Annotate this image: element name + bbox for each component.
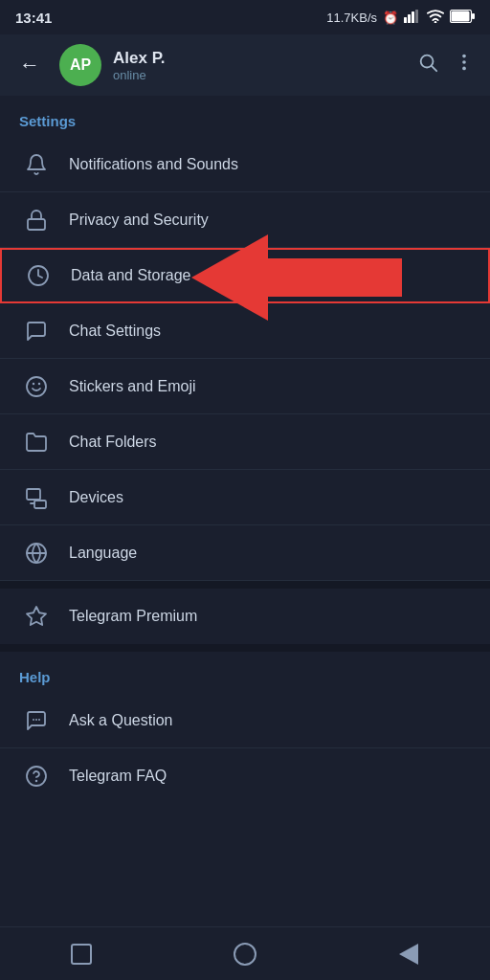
top-bar: ← AP Alex P. online (0, 34, 490, 96)
stickers-label: Stickers and Emoji (69, 378, 196, 395)
svg-point-26 (35, 719, 37, 721)
avatar: AP (59, 44, 101, 86)
svg-marker-24 (27, 607, 46, 625)
svg-rect-3 (415, 10, 418, 23)
svg-point-28 (27, 767, 46, 786)
devices-icon (19, 480, 54, 515)
search-button[interactable] (413, 48, 442, 82)
smile-icon (19, 369, 54, 404)
svg-line-9 (432, 66, 436, 71)
svg-point-10 (462, 55, 466, 58)
chat-icon (19, 314, 54, 348)
svg-point-27 (38, 719, 40, 721)
nav-home-button[interactable] (230, 939, 260, 969)
bell-icon (19, 147, 54, 182)
top-actions (413, 48, 479, 82)
notifications-label: Notifications and Sounds (69, 156, 238, 173)
nav-square-button[interactable] (66, 939, 97, 969)
svg-rect-2 (412, 11, 414, 23)
devices-label: Devices (69, 489, 123, 506)
nav-triangle-icon (399, 944, 418, 965)
status-bar: 13:41 11.7KB/s ⏰ (0, 0, 490, 34)
menu-item-privacy[interactable]: Privacy and Security (0, 192, 490, 248)
divider-2 (0, 644, 490, 652)
svg-rect-0 (404, 17, 407, 23)
menu-item-ask-question[interactable]: Ask a Question (0, 693, 490, 748)
more-button[interactable] (450, 48, 479, 82)
question-circle-icon (19, 759, 54, 793)
alarm-icon: ⏰ (383, 11, 398, 25)
menu-item-faq[interactable]: Telegram FAQ (0, 748, 490, 804)
menu-item-notifications[interactable]: Notifications and Sounds (0, 137, 490, 192)
privacy-label: Privacy and Security (69, 212, 209, 229)
menu-item-premium[interactable]: Telegram Premium (0, 589, 490, 644)
clock-icon (21, 258, 56, 293)
svg-point-4 (434, 20, 437, 22)
nav-bar (0, 926, 490, 980)
faq-label: Telegram FAQ (69, 768, 167, 785)
svg-point-11 (462, 60, 466, 64)
menu-item-language[interactable]: Language (0, 525, 490, 581)
nav-back-button[interactable] (393, 939, 424, 969)
wifi-icon (427, 10, 444, 26)
ask-question-label: Ask a Question (69, 712, 173, 729)
folder-icon (19, 425, 54, 459)
svg-rect-19 (27, 489, 40, 500)
help-section-header: Help (0, 652, 490, 693)
star-icon (19, 599, 54, 634)
svg-point-25 (33, 719, 34, 721)
menu-item-stickers[interactable]: Stickers and Emoji (0, 359, 490, 414)
battery-icon (450, 10, 475, 26)
signal-icon (404, 10, 421, 26)
svg-rect-13 (28, 219, 45, 230)
svg-point-16 (27, 377, 46, 396)
svg-rect-6 (472, 13, 475, 19)
nav-square-icon (71, 944, 92, 965)
chat-settings-label: Chat Settings (69, 323, 161, 340)
menu-item-data-storage[interactable]: Data and Storage (0, 248, 490, 303)
user-status: online (113, 68, 402, 82)
settings-content: Settings Notifications and Sounds Privac… (0, 96, 490, 804)
chat-dots-icon (19, 703, 54, 738)
svg-point-12 (462, 67, 466, 71)
language-label: Language (69, 545, 137, 562)
globe-icon (19, 536, 54, 570)
menu-item-devices[interactable]: Devices (0, 470, 490, 525)
lock-icon (19, 203, 54, 237)
settings-section-header: Settings (0, 96, 490, 137)
svg-rect-1 (408, 14, 411, 23)
status-right-icons: 11.7KB/s ⏰ (326, 10, 475, 26)
svg-rect-7 (452, 11, 470, 21)
nav-circle-icon (234, 943, 256, 966)
chat-folders-label: Chat Folders (69, 434, 157, 451)
svg-rect-20 (34, 501, 46, 508)
divider-1 (0, 581, 490, 589)
back-button[interactable]: ← (11, 49, 48, 81)
menu-item-chat-settings[interactable]: Chat Settings (0, 303, 490, 359)
user-info: Alex P. online (113, 49, 402, 82)
data-storage-label: Data and Storage (71, 267, 190, 284)
user-name: Alex P. (113, 49, 402, 68)
network-speed: 11.7KB/s (326, 11, 377, 25)
status-time: 13:41 (15, 10, 52, 26)
premium-label: Telegram Premium (69, 608, 197, 625)
menu-item-chat-folders[interactable]: Chat Folders (0, 414, 490, 470)
